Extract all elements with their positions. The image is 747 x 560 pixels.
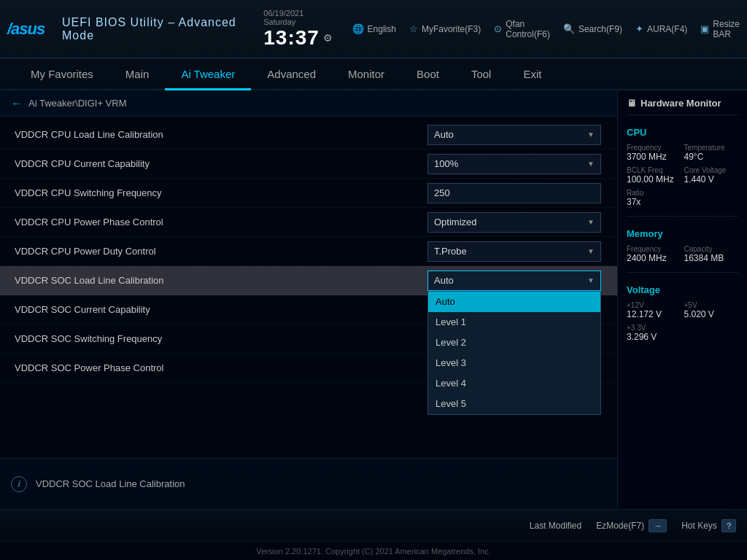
dropdown-option-level5[interactable]: Level 5 [428, 394, 600, 414]
tab-main[interactable]: Main [109, 60, 166, 90]
last-modified-button[interactable]: Last Modified [530, 521, 581, 531]
setting-label-8: VDDCR SOC Power Phase Control [15, 362, 427, 373]
hw-stat-ratio: Ratio 37x [627, 189, 681, 207]
setting-row-2[interactable]: VDDCR CPU Switching Frequency 250 [0, 179, 617, 208]
shortcut-search[interactable]: 🔍 Search(F9) [563, 19, 622, 39]
setting-label-1: VDDCR CPU Current Capability [15, 158, 427, 169]
ez-mode-arrow-icon: → [649, 519, 667, 532]
hw-stat-temperature: Temperature 49°C [684, 144, 739, 162]
dropdown-option-level2[interactable]: Level 2 [428, 332, 600, 353]
tab-ai-tweaker[interactable]: Ai Tweaker [165, 60, 251, 90]
shortcut-qfan-label: Qfan Control(F6) [506, 19, 550, 39]
back-arrow-icon[interactable]: ← [11, 97, 23, 110]
tab-advanced[interactable]: Advanced [251, 60, 332, 90]
dropdown-wrapper-soc-llc: Auto ▼ Auto Level 1 Level 2 Level 3 Leve… [427, 271, 603, 291]
hw-divider-1 [627, 216, 738, 217]
setting-control-5[interactable]: Auto ▼ Auto Level 1 Level 2 Level 3 Leve… [427, 271, 603, 291]
info-text: VDDCR SOC Load Line Calibration [36, 478, 185, 489]
dropdown-option-auto[interactable]: Auto [428, 292, 600, 312]
chevron-down-icon: ▼ [587, 131, 595, 139]
nav-bar: My Favorites Main Ai Tweaker Advanced Mo… [0, 58, 747, 90]
setting-control-2[interactable]: 250 [427, 183, 603, 203]
info-icon: i [11, 476, 27, 492]
left-panel: ← Ai Tweaker\DIGI+ VRM VDDCR CPU Load Li… [0, 90, 617, 509]
hw-stat-33v: +3.3V 3.296 V [627, 324, 681, 342]
setting-row-3[interactable]: VDDCR CPU Power Phase Control Optimized … [0, 208, 617, 237]
dropdown-cpu-llc[interactable]: Auto ▼ [427, 125, 601, 145]
shortcut-myfavorite[interactable]: ☆ MyFavorite(F3) [409, 19, 481, 39]
right-panel: 🖥 Hardware Monitor CPU Frequency 3700 MH… [617, 90, 747, 509]
resizebar-icon: ▣ [700, 23, 709, 34]
version-bar: Version 2.20.1271. Copyright (C) 2021 Am… [0, 541, 747, 560]
top-shortcuts: 🌐 English ☆ MyFavorite(F3) ⊙ Qfan Contro… [352, 19, 740, 39]
bios-title: UEFI BIOS Utility – Advanced Mode [62, 16, 249, 42]
hotkeys-icon: ? [721, 519, 736, 532]
dropdown-cpu-pdc[interactable]: T.Probe ▼ [427, 241, 601, 262]
hot-keys-button[interactable]: Hot Keys ? [681, 519, 736, 532]
setting-row-4[interactable]: VDDCR CPU Power Duty Control T.Probe ▼ [0, 237, 617, 266]
setting-label-5: VDDCR SOC Load Line Calibration [15, 275, 427, 286]
ez-mode-button[interactable]: EzMode(F7) → [596, 519, 667, 532]
hw-stat-12v: +12V 12.172 V [627, 301, 681, 319]
tab-my-favorites[interactable]: My Favorites [15, 60, 109, 90]
shortcut-qfan[interactable]: ⊙ Qfan Control(F6) [494, 19, 550, 39]
setting-label-6: VDDCR SOC Current Capability [15, 304, 427, 315]
aura-icon: ✦ [635, 23, 643, 34]
hw-stat-bclk: BCLK Freq 100.00 MHz [627, 166, 681, 184]
dropdown-option-level4[interactable]: Level 4 [428, 373, 600, 394]
dropdown-option-level1[interactable]: Level 1 [428, 312, 600, 332]
text-cpu-sf[interactable]: 250 [427, 183, 601, 203]
setting-control-1[interactable]: 100% ▼ [427, 154, 603, 174]
dropdown-soc-llc[interactable]: Auto ▼ [427, 271, 601, 291]
shortcut-english[interactable]: 🌐 English [352, 19, 396, 39]
star-icon: ☆ [409, 23, 418, 34]
setting-control-3[interactable]: Optimized ▼ [427, 212, 603, 233]
shortcut-resizebar[interactable]: ▣ Resize BAR [700, 19, 740, 39]
shortcut-aura-label: AURA(F4) [647, 24, 687, 34]
tab-boot[interactable]: Boot [400, 60, 455, 90]
dropdown-menu-soc-llc: Auto Level 1 Level 2 Level 3 Level 4 Lev… [427, 291, 601, 415]
dropdown-cpu-ppc[interactable]: Optimized ▼ [427, 212, 601, 233]
setting-label-3: VDDCR CPU Power Phase Control [15, 217, 427, 228]
setting-label-0: VDDCR CPU Load Line Calibration [15, 129, 427, 140]
time-display: 13:37 ⚙ [263, 26, 333, 50]
shortcut-english-label: English [368, 24, 396, 34]
shortcut-aura[interactable]: ✦ AURA(F4) [635, 19, 687, 39]
setting-control-0[interactable]: Auto ▼ [427, 125, 603, 145]
info-bar: i VDDCR SOC Load Line Calibration [0, 458, 617, 509]
hw-voltage-stats: +12V 12.172 V +5V 5.020 V +3.3V 3.296 V [627, 301, 738, 342]
shortcut-myfavorite-label: MyFavorite(F3) [422, 24, 481, 34]
setting-label-2: VDDCR CPU Switching Frequency [15, 187, 427, 198]
tab-exit[interactable]: Exit [507, 60, 557, 90]
chevron-down-icon: ▼ [587, 160, 595, 168]
chevron-down-icon: ▼ [587, 247, 595, 255]
hw-section-voltage: Voltage [627, 284, 738, 295]
setting-row-0[interactable]: VDDCR CPU Load Line Calibration Auto ▼ [0, 120, 617, 149]
shortcut-search-label: Search(F9) [578, 24, 622, 34]
hw-monitor-title: 🖥 Hardware Monitor [627, 98, 738, 115]
tab-tool[interactable]: Tool [455, 60, 508, 90]
search-icon: 🔍 [563, 23, 575, 34]
hw-stat-mem-capacity: Capacity 16384 MB [684, 245, 739, 263]
version-text: Version 2.20.1271. Copyright (C) 2021 Am… [256, 547, 491, 556]
bottom-bar: Last Modified EzMode(F7) → Hot Keys ? [0, 509, 747, 541]
tab-monitor[interactable]: Monitor [332, 60, 400, 90]
date-display: 06/19/2021 Saturday [263, 9, 333, 26]
hw-stat-5v: +5V 5.020 V [684, 301, 739, 319]
hw-stat-core-voltage: Core Voltage 1.440 V [684, 166, 739, 184]
setting-label-7: VDDCR SOC Switching Frequency [15, 333, 427, 344]
content-area: ← Ai Tweaker\DIGI+ VRM VDDCR CPU Load Li… [0, 90, 747, 509]
breadcrumb-text: Ai Tweaker\DIGI+ VRM [28, 98, 127, 109]
hw-stat-frequency: Frequency 3700 MHz [627, 144, 681, 162]
globe-icon: 🌐 [352, 23, 364, 34]
dropdown-option-level3[interactable]: Level 3 [428, 353, 600, 373]
dropdown-cpu-cc[interactable]: 100% ▼ [427, 154, 601, 174]
setting-row-1[interactable]: VDDCR CPU Current Capability 100% ▼ [0, 149, 617, 179]
setting-row-5[interactable]: VDDCR SOC Load Line Calibration Auto ▼ A… [0, 266, 617, 295]
setting-control-4[interactable]: T.Probe ▼ [427, 241, 603, 262]
monitor-icon: 🖥 [627, 98, 636, 109]
logo-area: /asus [7, 20, 51, 39]
breadcrumb: ← Ai Tweaker\DIGI+ VRM [0, 90, 617, 117]
settings-icon[interactable]: ⚙ [323, 32, 333, 44]
shortcut-resizebar-label: Resize BAR [713, 19, 740, 39]
